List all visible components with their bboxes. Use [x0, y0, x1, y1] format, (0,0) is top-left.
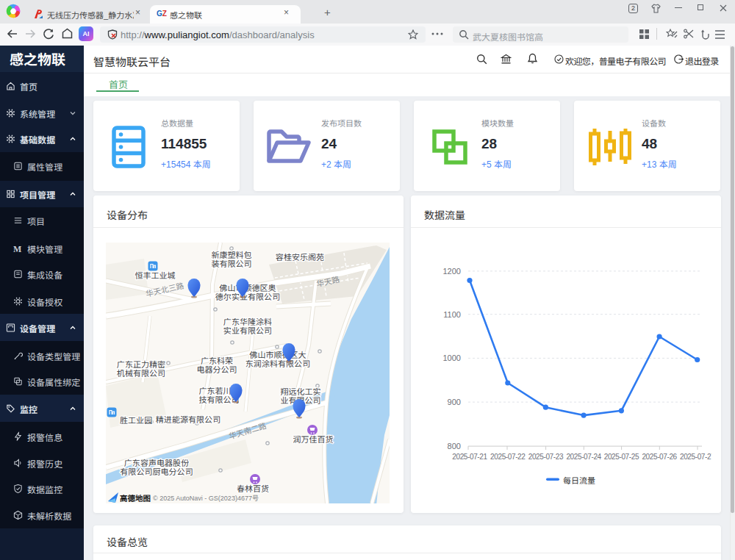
svg-text:每日流量: 每日流量 — [563, 476, 595, 485]
svg-text:翔远化工实: 翔远化工实 — [280, 387, 320, 396]
svg-text:2025-07-26: 2025-07-26 — [642, 453, 677, 461]
svg-text:广东科荣: 广东科荣 — [201, 356, 233, 365]
svg-text:2025-07-25: 2025-07-25 — [604, 453, 639, 461]
svg-text:2025-07-22: 2025-07-22 — [490, 453, 526, 461]
svg-text:容桂安乐阁苑: 容桂安乐阁苑 — [276, 253, 324, 262]
svg-text:1100: 1100 — [443, 310, 461, 319]
svg-text:胜工业园: 胜工业园 — [120, 416, 152, 425]
svg-text:润万佳百货: 润万佳百货 — [293, 435, 333, 444]
svg-text:800: 800 — [448, 442, 461, 450]
svg-text:© 2025 AutoNavi - GS(2023)4677: © 2025 AutoNavi - GS(2023)4677号 — [153, 495, 259, 502]
svg-text:春林百货: 春林百货 — [237, 484, 269, 493]
svg-text:2025-07-27: 2025-07-27 — [680, 453, 711, 461]
svg-text:广东华隆涂料: 广东华隆涂料 — [223, 317, 272, 326]
svg-text:900: 900 — [448, 398, 461, 406]
svg-text:机械有限公司: 机械有限公司 — [117, 369, 165, 378]
svg-text:有限公司厨电分公司: 有限公司厨电分公司 — [120, 467, 193, 476]
svg-text:1000: 1000 — [442, 353, 461, 362]
svg-text:装有限公司: 装有限公司 — [211, 259, 251, 268]
svg-text:德尔实业有限公司: 德尔实业有限公司 — [215, 292, 280, 301]
svg-text:2025-07-21: 2025-07-21 — [452, 453, 487, 461]
svg-text:电器分公司: 电器分公司 — [196, 365, 237, 374]
svg-text:实业有限公司: 实业有限公司 — [223, 326, 272, 335]
svg-text:广东容声电器股份: 广东容声电器股份 — [124, 459, 189, 467]
svg-text:新康塑料包: 新康塑料包 — [211, 251, 251, 259]
svg-text:精进能源有限公司: 精进能源有限公司 — [156, 415, 220, 424]
svg-text:恒丰工业城: 恒丰工业城 — [135, 271, 175, 280]
svg-text:2025-07-24: 2025-07-24 — [566, 453, 601, 461]
svg-text:2025-07-23: 2025-07-23 — [528, 453, 564, 461]
svg-text:东润涂料有限公司: 东润涂料有限公司 — [245, 359, 310, 368]
svg-text:佛山市顺德区大: 佛山市顺德区大 — [249, 351, 306, 359]
svg-text:高德地图: 高德地图 — [120, 494, 151, 503]
svg-text:1200: 1200 — [442, 267, 461, 276]
svg-text:广东正力精密: 广东正力精密 — [117, 360, 165, 369]
